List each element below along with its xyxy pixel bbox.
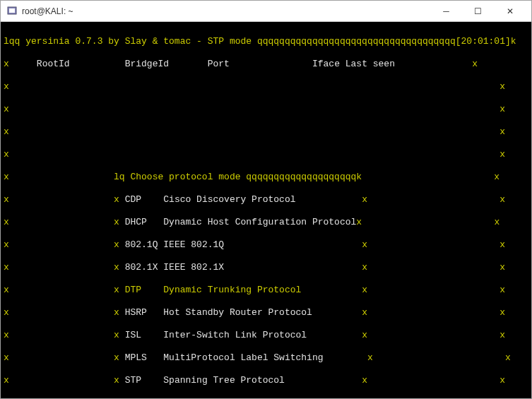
terminal-area[interactable]: lqq yersinia 0.7.3 by Slay & tomac - STP… [1, 22, 531, 398]
proto-item-dhcp[interactable]: x x DHCP Dynamic Host Configuration Prot… [4, 217, 528, 228]
proto-item-isl[interactable]: x x ISL Inter-Switch Link Protocol x x [4, 330, 528, 341]
close-button[interactable]: ✕ [494, 1, 526, 22]
selected-proto-key: DTP [125, 285, 141, 295]
putty-icon [6, 6, 18, 17]
proto-item-dtp[interactable]: x x DTP Dynamic Trunking Protocol x x [4, 285, 528, 296]
proto-item-hsrp[interactable]: x x HSRP Hot Standby Router Protocol x x [4, 307, 528, 318]
proto-item-vtp[interactable]: x x VTP VLAN Trunking Protocol x x [4, 398, 528, 398]
minimize-button[interactable]: ─ [430, 1, 462, 22]
dialog-top: x lq Choose protocol mode qqqqqqqqqqqqqq… [4, 172, 528, 183]
app-header-line: lqq yersinia 0.7.3 by Slay & tomac - STP… [4, 36, 528, 47]
col-headers: x RootId BridgeId Port Iface Last seen x [4, 59, 528, 70]
titlebar: root@KALI: ~ ─ ☐ ✕ [1, 1, 531, 22]
proto-item-mpls[interactable]: x x MPLS MultiProtocol Label Switching x… [4, 352, 528, 364]
window-title: root@KALI: ~ [22, 6, 430, 16]
maximize-button[interactable]: ☐ [462, 1, 494, 22]
proto-item-stp[interactable]: x x STP Spanning Tree Protocol x x [4, 375, 528, 386]
svg-rect-1 [9, 8, 15, 13]
selected-proto-desc: Dynamic Trunking Protocol [163, 285, 301, 295]
proto-item-cdp[interactable]: x x CDP Cisco Discovery Protocol x x [4, 194, 528, 206]
proto-item-8021q[interactable]: x x 802.1Q IEEE 802.1Q x x [4, 239, 528, 251]
proto-item-8021x[interactable]: x x 802.1X IEEE 802.1X x x [4, 262, 528, 273]
